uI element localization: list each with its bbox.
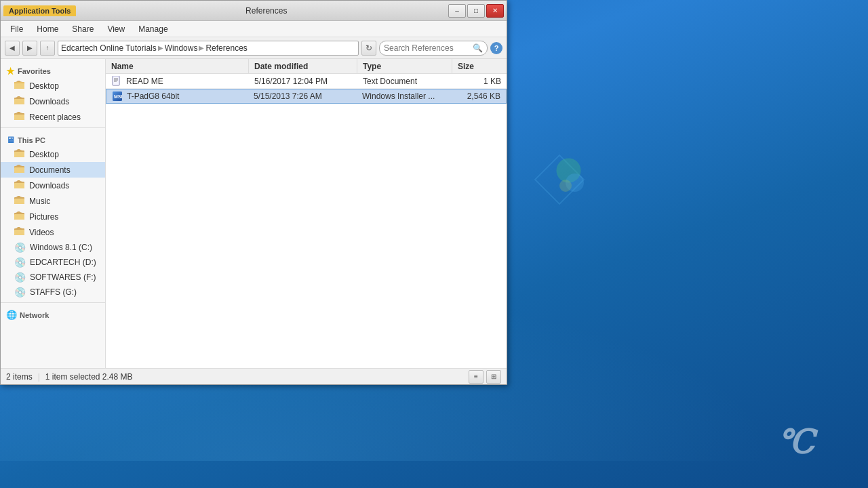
status-separator: | [35,372,43,382]
col-header-type[interactable]: Type [357,59,452,74]
svg-rect-19 [14,214,24,220]
list-view-button[interactable]: ≡ [469,370,484,384]
sidebar-item-f-drive-label: SOFTWARES (F:) [30,272,96,282]
col-header-size[interactable]: Size [452,59,507,74]
maximize-button[interactable]: □ [467,4,485,18]
sidebar-item-g-drive[interactable]: 💿 STAFFS (G:) [1,285,105,300]
txt-file-icon [111,76,122,87]
sidebar-item-downloads-fav-label: Downloads [29,97,69,106]
svg-rect-23 [113,76,119,85]
menu-bar: File Home Share View Manage [1,21,507,37]
sidebar-item-f-drive[interactable]: 💿 SOFTWARES (F:) [1,270,105,285]
favorites-header[interactable]: ★ Favorites [1,62,105,78]
close-button[interactable]: ✕ [486,4,504,18]
svg-rect-11 [14,152,24,157]
sidebar-item-g-drive-label: STAFFS (G:) [30,287,77,297]
title-bar-left: Application Tools References [3,5,448,16]
sidebar-item-d-drive[interactable]: 💿 EDCARTECH (D:) [1,255,105,270]
details-view-button[interactable]: ⊞ [486,370,501,384]
sidebar-item-c-drive[interactable]: 💿 Windows 8.1 (C:) [1,240,105,255]
breadcrumb-sep2: ▶ [199,44,204,52]
address-bar[interactable]: Edcartech Online Tutorials ▶ Windows ▶ R… [58,41,359,56]
folder-icon [14,111,25,123]
sidebar-item-recent[interactable]: Recent places [1,109,105,125]
this-pc-icon: 🖥 [6,135,15,145]
col-type-label: Type [363,62,381,71]
svg-rect-17 [14,199,24,204]
folder-icon-vid [14,226,25,238]
folder-icon [14,80,25,92]
menu-manage[interactable]: Manage [132,23,174,35]
left-nav: ★ Favorites Desktop Downloads Recent p [1,59,106,368]
this-pc-label: This PC [18,136,45,144]
file-area: Name Date modified Type Size [106,59,507,368]
file-readme-date: 5/16/2017 12:04 PM [249,77,357,86]
svg-point-2 [559,180,572,192]
sidebar-item-desktop-pc[interactable]: Desktop [1,146,105,162]
sidebar-item-downloads-fav[interactable]: Downloads [1,94,105,109]
msi-file-icon: MSI [112,91,123,102]
menu-view[interactable]: View [100,23,132,35]
selected-info: 1 item selected 2.48 MB [45,372,133,382]
menu-share[interactable]: Share [65,23,100,35]
svg-text:MSI: MSI [114,94,123,99]
file-row-readme[interactable]: READ ME 5/16/2017 12:04 PM Text Document… [106,74,507,89]
sidebar-item-desktop-fav[interactable]: Desktop [1,78,105,94]
sidebar-item-videos[interactable]: Videos [1,224,105,240]
sidebar-item-pictures[interactable]: Pictures [1,209,105,224]
svg-rect-13 [14,167,24,173]
file-list: READ ME 5/16/2017 12:04 PM Text Document… [106,74,507,368]
sidebar-item-downloads-pc[interactable]: Downloads [1,178,105,193]
this-pc-header[interactable]: 🖥 This PC [1,131,105,146]
file-name-tpadg8: MSI T-PadG8 64bit [106,91,248,102]
file-tpadg8-name: T-PadG8 64bit [127,92,179,101]
sidebar-item-d-drive-label: EDCARTECH (D:) [30,258,96,267]
search-icon[interactable]: 🔍 [473,43,483,53]
sidebar-item-recent-label: Recent places [29,113,81,122]
sidebar-item-music-label: Music [29,197,50,206]
drive-g-icon: 💿 [14,287,26,298]
sidebar-item-desktop-pc-label: Desktop [29,150,59,159]
svg-rect-15 [14,183,24,188]
col-header-date[interactable]: Date modified [249,59,357,74]
forward-button[interactable]: ▶ [22,41,37,56]
svg-rect-7 [14,99,24,104]
window-controls: – □ ✕ [448,4,504,18]
help-button[interactable]: ? [490,42,502,54]
menu-home[interactable]: Home [30,23,65,35]
folder-icon-desktop [14,148,25,160]
sidebar-item-pictures-label: Pictures [29,212,58,222]
drive-c-icon: 💿 [14,242,26,253]
favorites-label: Favorites [18,67,51,75]
breadcrumb-part2: Windows [165,43,198,53]
file-row-tpadg8[interactable]: MSI T-PadG8 64bit 5/15/2013 7:26 AM Wind… [106,89,507,104]
menu-file[interactable]: File [3,23,30,35]
breadcrumb-sep1: ▶ [158,44,163,52]
search-input[interactable] [384,43,470,53]
up-button[interactable]: ↑ [40,41,55,56]
file-readme-type: Text Document [357,77,452,86]
network-header[interactable]: 🌐 Network [1,306,105,321]
file-readme-size: 1 KB [452,77,507,86]
search-bar[interactable]: 🔍 [379,41,488,56]
refresh-button[interactable]: ↻ [361,41,376,56]
back-button[interactable]: ◀ [5,41,20,56]
sidebar-item-c-drive-label: Windows 8.1 (C:) [30,243,92,252]
title-bar: Application Tools References – □ ✕ [1,1,507,21]
folder-icon [14,96,25,107]
nav-divider1 [1,127,105,128]
minimize-button[interactable]: – [448,4,466,18]
folder-icon-pics [14,211,25,222]
window-title: References [84,6,448,16]
sidebar-item-music[interactable]: Music [1,193,105,209]
file-tpadg8-date: 5/15/2013 7:26 AM [248,92,357,101]
favorites-star-icon: ★ [6,66,15,77]
col-date-label: Date modified [254,62,308,71]
toolbar: ◀ ▶ ↑ Edcartech Online Tutorials ▶ Windo… [1,37,507,59]
col-size-label: Size [458,62,474,71]
status-bar: 2 items | 1 item selected 2.48 MB ≡ ⊞ [1,368,507,384]
network-icon: 🌐 [6,310,17,320]
sidebar-item-documents[interactable]: Documents [1,162,105,178]
col-header-name[interactable]: Name [106,59,249,74]
folder-icon-dl [14,180,25,191]
